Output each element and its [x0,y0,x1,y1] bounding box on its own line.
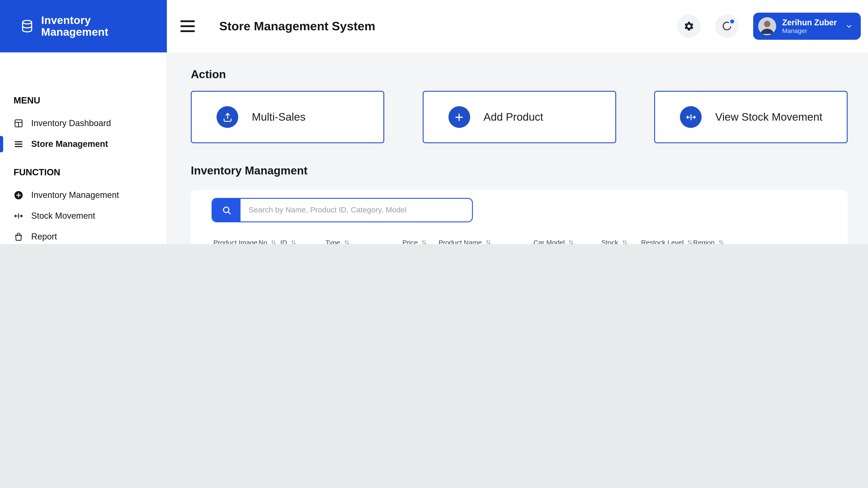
sidebar-item-label: Stock Movement [31,211,95,221]
settings-button[interactable] [677,14,701,38]
user-menu[interactable]: Zerihun Zuber Manager [753,13,861,40]
add-product-button[interactable]: Add Product [423,91,616,143]
gear-icon [684,21,694,32]
sidebar-item-label: Inventory Dashboard [31,119,111,128]
sidebar-section-menu: MENU [0,95,167,106]
inventory-table: Product Image No ID Type Price Product N… [212,237,827,244]
search-button[interactable] [213,199,241,221]
user-role: Manager [782,27,837,35]
col-product-name: Product Name [438,238,533,244]
stock-movement-icon [680,106,702,128]
topbar: Store Management System Zerihun Zuber Ma… [167,0,868,53]
sort-icon[interactable] [291,239,296,244]
menu-icon[interactable] [180,20,195,32]
sort-icon[interactable] [622,239,627,244]
col-stock: Stock [601,238,641,244]
table-header: Product Image No ID Type Price Product N… [212,237,827,244]
content: Action Multi-Sales Add Product View Stoc… [167,53,868,244]
user-meta: Zerihun Zuber Manager [782,18,837,34]
inventory-section-title: Inventory Managment [191,164,848,177]
plus-circle-icon [13,190,24,200]
col-type: Type [326,238,402,244]
sort-icon[interactable] [421,239,427,244]
sort-icon[interactable] [486,239,491,244]
col-id: ID [280,238,326,244]
main-area: Store Management System Zerihun Zuber Ma… [167,0,868,244]
avatar [758,17,776,35]
page-title: Store Management System [219,19,375,33]
col-restock-level: Restock Level [641,238,693,244]
notifications-button[interactable] [715,14,739,38]
database-icon [20,19,34,33]
sidebar-item-stock-movement[interactable]: Stock Movement [0,205,167,226]
col-no: No [258,238,280,244]
bag-icon [13,232,24,242]
sidebar-body: MENU Inventory Dashboard Store Managemen… [0,53,167,244]
notification-dot [730,20,734,24]
search-bar [212,198,473,222]
sidebar-item-inventory-management[interactable]: Inventory Management [0,185,167,205]
col-region: Region [693,238,743,244]
sort-icon[interactable] [687,239,692,244]
col-price: Price [402,238,438,244]
sort-icon[interactable] [344,239,349,244]
view-stock-movement-button[interactable]: View Stock Movement [654,91,848,143]
sidebar-item-store-management[interactable]: Store Management [0,134,167,155]
stock-movement-icon [13,211,24,221]
sort-icon[interactable] [568,239,574,244]
inventory-panel: Product Image No ID Type Price Product N… [191,190,848,244]
sidebar: Inventory Management MENU Inventory Dash… [0,0,167,244]
multi-sales-button[interactable]: Multi-Sales [191,91,384,143]
list-icon [13,139,24,149]
col-car-model: Car Model [533,238,601,244]
sort-icon[interactable] [718,239,723,244]
upload-icon [217,106,238,128]
action-cards: Multi-Sales Add Product View Stock Movem… [191,91,848,143]
sidebar-item-report[interactable]: Report [0,226,167,244]
sidebar-item-label: Report [31,232,57,242]
sidebar-section-function: FUNCTION [0,167,167,177]
chevron-down-icon [845,23,852,30]
app-root: Inventory Management MENU Inventory Dash… [0,0,868,244]
col-product-image: Product Image [213,238,258,244]
search-icon [221,205,232,215]
brand-logo: Inventory Management [0,0,167,53]
dashboard-icon [13,119,24,128]
plus-icon [448,106,470,128]
sidebar-item-label: Inventory Management [31,190,119,200]
search-input[interactable] [241,199,472,221]
sidebar-item-inventory-dashboard[interactable]: Inventory Dashboard [0,113,167,134]
sidebar-item-label: Store Management [31,139,108,149]
user-name: Zerihun Zuber [782,18,837,27]
action-section-title: Action [191,68,848,81]
sort-icon[interactable] [271,239,276,244]
brand-name: Inventory Management [41,15,108,38]
topbar-right: Zerihun Zuber Manager [677,13,861,40]
